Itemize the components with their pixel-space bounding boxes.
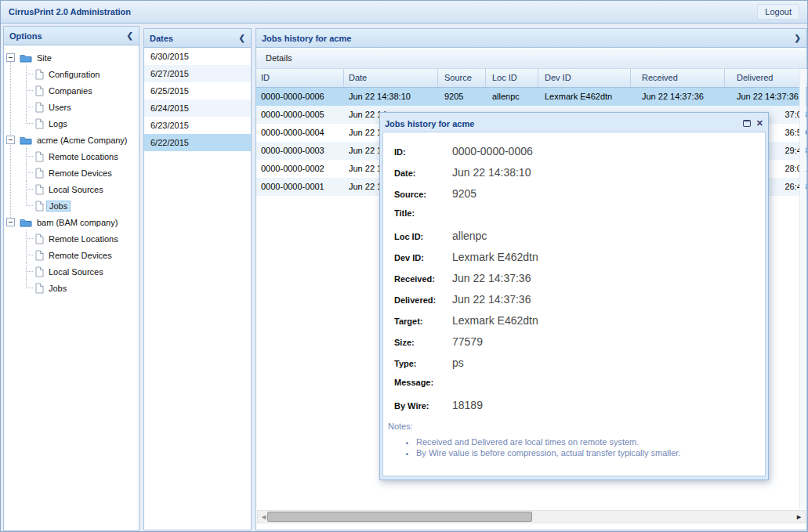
date-list-item[interactable]: 6/24/2015 — [144, 100, 251, 117]
tree-node-bam-jobs[interactable]: Jobs — [4, 280, 139, 296]
tree-node-site[interactable]: Site — [4, 49, 139, 66]
folder-icon — [20, 52, 32, 63]
tree-node-users[interactable]: Users — [4, 99, 139, 115]
field-value: ps — [452, 356, 464, 369]
column-header-dev-id[interactable]: Dev ID — [538, 69, 631, 87]
field-date: Date: Jun 22 14:38:10 — [394, 166, 759, 179]
folder-icon — [20, 135, 32, 145]
column-header-received[interactable]: Received — [631, 69, 725, 87]
logout-button[interactable]: Logout — [757, 4, 799, 20]
tree-node-acme-remote-devices[interactable]: Remote Devices — [4, 165, 139, 181]
tree-node-acme-jobs[interactable]: Jobs — [4, 197, 139, 214]
page-icon — [35, 233, 44, 244]
page-icon — [35, 201, 44, 212]
options-tree: Site Configuration Companies Users Logs — [4, 45, 139, 296]
collapse-minus-icon[interactable] — [6, 136, 15, 144]
field-value: allenpc — [452, 230, 487, 242]
cell-delivered: Jun 22 14:37:36 — [725, 88, 806, 106]
tree-node-acme-local-sources[interactable]: Local Sources — [4, 181, 139, 197]
column-header-delivered[interactable]: Delivered — [725, 69, 808, 87]
field-received: Received: Jun 22 14:37:36 — [394, 272, 759, 285]
dates-panel-title: Dates — [150, 34, 173, 43]
field-source: Source: 9205 — [394, 187, 759, 201]
dialog-title-bar[interactable]: Jobs history for acme ✕ — [382, 115, 766, 132]
tree-node-bam[interactable]: bam (BAM company) — [4, 214, 139, 230]
page-icon — [35, 151, 44, 162]
tree-node-label: Local Sources — [49, 185, 103, 194]
dialog-tools: ✕ — [743, 118, 763, 128]
field-loc-id: Loc ID: allenpc — [394, 230, 759, 243]
jobs-toolbar: Details — [256, 48, 806, 69]
collapse-minus-icon[interactable] — [6, 218, 15, 226]
field-label: Type: — [394, 359, 452, 368]
tree-node-configuration[interactable]: Configuration — [4, 66, 139, 82]
notes-title: Notes: — [388, 422, 759, 431]
scrollbar-thumb[interactable] — [267, 512, 532, 522]
tree-node-acme-remote-locations[interactable]: Remote Locations — [4, 148, 139, 165]
cell-id: 0000-0000-0003 — [256, 142, 344, 160]
column-header-loc-id[interactable]: Loc ID — [486, 69, 538, 87]
date-list-item[interactable]: 6/25/2015 — [144, 82, 251, 100]
field-value: 18189 — [452, 399, 483, 411]
field-value: Jun 22 14:37:36 — [452, 293, 531, 306]
column-header-source[interactable]: Source — [438, 69, 486, 87]
tree-node-label: Remote Locations — [49, 152, 118, 161]
field-label: Source: — [394, 190, 452, 199]
field-label: Target: — [394, 317, 452, 326]
tree-node-label: Local Sources — [49, 267, 103, 277]
horizontal-scrollbar[interactable]: ◂ ▸ — [257, 510, 806, 523]
tree-node-bam-local-sources[interactable]: Local Sources — [4, 263, 139, 280]
date-list-item[interactable]: 6/23/2015 — [144, 117, 251, 134]
vertical-scrollbar-track[interactable] — [799, 69, 806, 509]
column-header-id[interactable]: ID — [256, 69, 344, 87]
close-icon[interactable]: ✕ — [756, 118, 763, 128]
tree-node-logs[interactable]: Logs — [4, 115, 139, 132]
field-label: Date: — [394, 168, 452, 178]
job-row-selected[interactable]: 0000-0000-0006 Jun 22 14:38:10 9205 alle… — [256, 88, 806, 106]
application-window: CirrusPrint 2.0 Administration Logout Op… — [0, 0, 808, 532]
page-icon — [35, 184, 44, 195]
date-list-item[interactable]: 6/27/2015 — [144, 65, 251, 82]
tree-node-label-selected: Jobs — [46, 201, 71, 212]
tree-node-bam-remote-locations[interactable]: Remote Locations — [4, 230, 139, 247]
field-label: Message: — [394, 378, 452, 387]
note-item: Received and Delivered are local times o… — [416, 437, 759, 447]
tree-node-companies[interactable]: Companies — [4, 82, 139, 99]
page-icon — [35, 118, 44, 129]
column-header-date[interactable]: Date — [344, 69, 438, 87]
field-label: Title: — [394, 208, 452, 218]
tree-node-label: Remote Locations — [49, 234, 118, 244]
maximize-icon[interactable] — [743, 120, 751, 127]
tree-node-label: Site — [37, 53, 52, 63]
cell-date: Jun 22 14:38:10 — [344, 88, 438, 106]
collapse-left-icon[interactable]: ❮ — [239, 34, 245, 42]
tree-node-label: Companies — [49, 86, 92, 96]
tree-node-label: Remote Devices — [49, 168, 112, 178]
tree-node-label: acme (Acme Company) — [37, 136, 128, 145]
collapse-left-icon[interactable]: ❮ — [127, 31, 133, 40]
cell-id: 0000-0000-0001 — [256, 178, 344, 196]
expand-right-icon[interactable]: ❯ — [795, 34, 801, 42]
note-item: By Wire value is before compression, act… — [416, 448, 759, 458]
cell-id: 0000-0000-0006 — [256, 88, 344, 106]
date-list-item[interactable]: 6/30/2015 — [144, 48, 251, 65]
scroll-right-arrow-icon[interactable]: ▸ — [793, 511, 805, 523]
page-icon — [35, 283, 44, 294]
field-delivered: Delivered: Jun 22 14:37:36 — [394, 293, 759, 306]
page-icon — [35, 102, 44, 113]
date-list-item-selected[interactable]: 6/22/2015 — [144, 134, 251, 151]
tree-node-bam-remote-devices[interactable]: Remote Devices — [4, 247, 139, 263]
field-by-wire: By Wire: 18189 — [394, 399, 759, 412]
dates-list: 6/30/2015 6/27/2015 6/25/2015 6/24/2015 … — [144, 48, 251, 151]
tree-node-label: Jobs — [49, 284, 67, 293]
page-icon — [35, 168, 44, 179]
tree-node-acme[interactable]: acme (Acme Company) — [4, 132, 139, 148]
options-panel-header: Options ❮ — [4, 27, 139, 45]
grid-header: ID Date Source Loc ID Dev ID Received De… — [256, 69, 808, 88]
field-value: Lexmark E462dtn — [452, 314, 538, 327]
details-button[interactable]: Details — [263, 48, 295, 68]
collapse-minus-icon[interactable] — [6, 53, 15, 62]
dates-panel: Dates ❮ 6/30/2015 6/27/2015 6/25/2015 6/… — [143, 28, 252, 530]
cell-loc-id: allenpc — [486, 88, 538, 106]
field-value: 9205 — [452, 187, 476, 200]
